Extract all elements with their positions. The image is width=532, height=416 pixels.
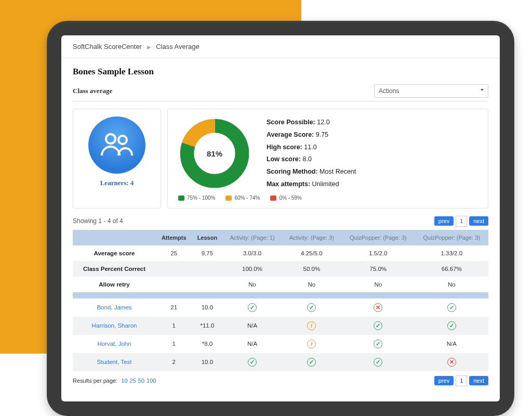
stat-label: High score: [267, 144, 302, 151]
next-button[interactable]: next [469, 376, 488, 385]
actions-dropdown[interactable]: Actions [374, 84, 488, 98]
cell: 50.0% [282, 261, 341, 277]
actions-dropdown-label: Actions [379, 87, 399, 95]
divider [73, 101, 488, 101]
cell [156, 261, 192, 277]
learner-row: Bond, James2110.0✓✓✕✓ [73, 298, 488, 317]
check-icon: ✓ [248, 358, 257, 367]
col-quiz-1[interactable]: QuizPopper: (Page: 3) [341, 230, 415, 245]
cell: 66.67% [415, 261, 488, 277]
cell: ✓ [341, 335, 415, 353]
row-label: Allow retry [73, 277, 156, 292]
learner-link[interactable]: Student, Test [97, 359, 132, 365]
cell: *8.0 [192, 335, 222, 353]
check-icon: ✓ [248, 303, 257, 312]
cell: ✓ [222, 353, 282, 371]
cross-icon: ✕ [447, 358, 456, 367]
table-spacer [73, 292, 488, 298]
breadcrumb-root[interactable]: SoftChalk ScoreCenter [73, 43, 142, 50]
cell: No [415, 277, 488, 292]
stat-label: Max attempts: [267, 180, 310, 188]
prev-button[interactable]: prev [434, 216, 454, 226]
stat-value: 9.75 [316, 131, 328, 138]
learner-link[interactable]: Horvat, John [97, 341, 131, 347]
cell [156, 277, 192, 292]
cell: No [222, 277, 282, 292]
donut-center-label: 81% [207, 149, 222, 158]
check-icon: ✓ [447, 303, 456, 312]
scores-table: Attempts Lesson Activity: (Page: 1) Acti… [73, 230, 488, 371]
stat-label: Low score: [267, 155, 301, 163]
cell: ✓ [341, 353, 415, 371]
stat-label: Score Possible: [267, 119, 315, 126]
breadcrumb-current: Class Average [156, 43, 200, 50]
cell-text: N/A [447, 341, 457, 347]
slash-icon: / [307, 321, 316, 330]
app-screen: SoftChalk ScoreCenter ▶ Class Average Bo… [61, 35, 500, 401]
tablet-frame: SoftChalk ScoreCenter ▶ Class Average Bo… [47, 21, 514, 416]
svg-point-1 [118, 136, 127, 144]
learner-row: Harrison, Sharon1*11.0N/A/✓✓ [73, 317, 488, 335]
results-per-page-option[interactable]: 100 [147, 378, 156, 384]
results-per-page: Results per page: 102550100 [73, 378, 156, 384]
results-per-page-option[interactable]: 10 [121, 378, 127, 384]
legend-swatch [225, 196, 232, 201]
results-label: Results per page: [73, 378, 117, 384]
legend-label: 60% - 74% [234, 195, 260, 201]
results-per-page-option[interactable]: 50 [138, 378, 144, 384]
legend-label: 0% - 59% [279, 195, 301, 201]
score-donut-chart: 81% [178, 117, 251, 190]
row-label: Average score [73, 245, 156, 261]
page-number[interactable]: 1 [456, 216, 467, 227]
cell: ✓ [282, 298, 341, 317]
cell: 21 [156, 298, 192, 317]
cell: 25 [156, 245, 192, 261]
col-lesson[interactable]: Lesson [192, 230, 222, 245]
learners-label-text: Learners: [100, 179, 129, 187]
col-quiz-2[interactable]: QuizPopper: (Page: 3) [415, 230, 488, 245]
cell: 1 [156, 335, 192, 353]
stat-value: Most Recent [320, 168, 356, 175]
pager-bottom: prev 1 next [434, 375, 488, 386]
next-button[interactable]: next [469, 216, 488, 226]
cell: N/A [222, 317, 282, 335]
legend-label: 75% - 100% [187, 195, 215, 201]
learners-avatar [88, 116, 145, 174]
results-per-page-option[interactable]: 25 [130, 378, 136, 384]
pager-top: prev 1 next [434, 216, 488, 227]
stats-list: Score Possible: 12.0 Average Score: 9.75… [267, 116, 356, 191]
learners-count: Learners: 4 [100, 179, 134, 187]
cell: 4.25/5.0 [282, 245, 341, 261]
page-number[interactable]: 1 [456, 375, 467, 386]
cell: 10.0 [192, 353, 222, 371]
check-icon: ✓ [374, 321, 382, 330]
stats-card: 81% Score Possible: 12.0 Average Score: … [167, 109, 488, 209]
col-activity-2[interactable]: Activity: (Page: 3) [282, 230, 341, 245]
chevron-right-icon: ▶ [147, 44, 151, 50]
col-attempts[interactable]: Attempts [156, 230, 192, 245]
cell: 1.5/2.0 [341, 245, 415, 261]
cell: N/A [415, 335, 488, 353]
page-title: Bones Sample Lesson [73, 67, 488, 77]
learner-link[interactable]: Bond, James [97, 304, 131, 310]
cell: No [341, 277, 415, 292]
prev-button[interactable]: prev [434, 376, 454, 385]
learners-card: Learners: 4 [73, 109, 161, 209]
cell: 10.0 [192, 298, 222, 317]
stat-label: Scoring Method: [267, 168, 318, 175]
learners-count-value: 4 [130, 179, 134, 187]
learner-link[interactable]: Harrison, Sharon [92, 322, 137, 329]
col-activity-1[interactable]: Activity: (Page: 1) [222, 230, 282, 245]
chart-legend: 75% - 100% 60% - 74% 0% - 59% [178, 195, 481, 201]
cell: ✓ [341, 317, 415, 335]
cell: ✓ [415, 317, 488, 335]
cell: 2 [156, 353, 192, 371]
cell: N/A [222, 335, 282, 353]
cell: ✓ [222, 298, 282, 317]
cell: ✓ [282, 353, 341, 371]
svg-point-0 [106, 134, 115, 144]
stat-label: Average Score: [267, 131, 314, 138]
users-icon [99, 132, 135, 159]
legend-swatch [178, 196, 184, 201]
cell-text: N/A [247, 341, 257, 347]
